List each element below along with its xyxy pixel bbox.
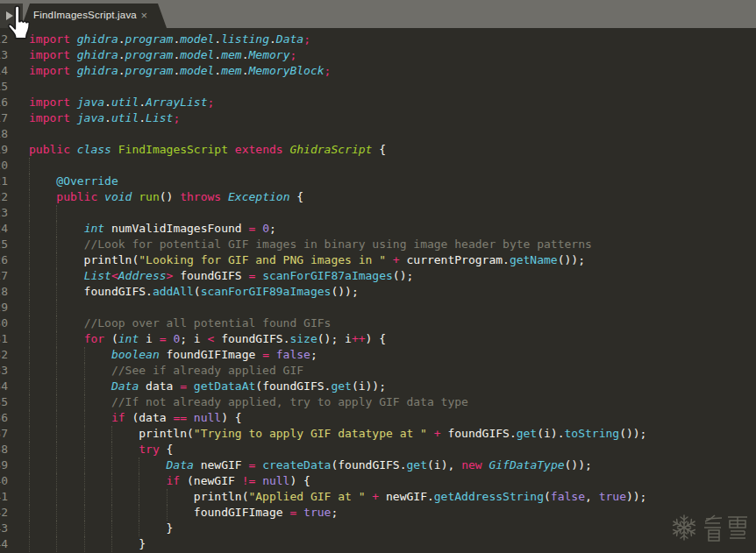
code-line[interactable]: 18	[0, 126, 756, 142]
line-number: 37	[0, 426, 8, 442]
code-line[interactable]: 36 if (data == null) {	[0, 410, 756, 426]
indent-guide	[29, 158, 30, 174]
line-number: 39	[0, 457, 8, 473]
code-line[interactable]: 25 //Look for potential GIF images in bi…	[0, 237, 756, 252]
code-line[interactable]: 42 foundGIFImage = true;	[0, 505, 756, 521]
code-line[interactable]: 32 boolean foundGIFImage = false;	[0, 347, 756, 363]
code-text: import java.util.ArrayList;	[29, 96, 214, 109]
line-number: 44	[0, 536, 8, 552]
code-line[interactable]: 20	[0, 158, 756, 174]
code-text: int numValidImagesFound = 0;	[29, 222, 276, 235]
line-number: 18	[0, 126, 8, 142]
line-number: 28	[0, 284, 8, 300]
code-line[interactable]: 41 println("Applied GIF at " + newGIF.ge…	[0, 489, 756, 505]
indent-guide	[56, 205, 57, 221]
code-area[interactable]: 12import ghidra.program.model.listing.Da…	[0, 32, 756, 552]
code-line[interactable]: 38 try {	[0, 442, 756, 457]
code-line[interactable]: 35 //If not already applied, try to appl…	[0, 394, 756, 410]
code-text: }	[29, 537, 146, 550]
code-line[interactable]: 19public class FindImagesScript extends …	[0, 142, 756, 158]
code-text: if (newGIF != null) {	[29, 474, 310, 487]
line-number: 23	[0, 205, 8, 221]
code-text: import ghidra.program.model.mem.MemoryBl…	[29, 64, 331, 77]
code-text: println("Trying to apply GIF datatype at…	[29, 427, 646, 440]
code-line[interactable]: 21 @Override	[0, 174, 756, 189]
hanzi-kan-glyph	[704, 515, 722, 541]
line-number: 35	[0, 394, 8, 410]
code-line[interactable]: 16import java.util.ArrayList;	[0, 95, 756, 110]
code-line[interactable]: 26 println("Looking for GIF and PNG imag…	[0, 252, 756, 268]
code-text: List<Address> foundGIFS = scanForGIF87aI…	[29, 269, 413, 282]
code-line[interactable]: 13import ghidra.program.model.mem.Memory…	[0, 47, 756, 63]
line-number: 17	[0, 110, 8, 126]
tab-scroll-arrow-icon	[6, 11, 13, 20]
code-line[interactable]: 33 //See if already applied GIF	[0, 363, 756, 379]
code-text: Data data = getDataAt(foundGIFS.get(i));	[29, 379, 386, 393]
code-text: println("Applied GIF at " + newGIF.getAd…	[29, 490, 646, 503]
indent-guide	[29, 205, 30, 221]
line-number: 27	[0, 268, 8, 284]
indent-guide	[56, 300, 57, 315]
indent-guide	[29, 300, 30, 315]
line-number: 33	[0, 363, 8, 379]
code-line[interactable]: 23	[0, 205, 756, 221]
line-number: 26	[0, 252, 8, 268]
code-line[interactable]: 28 foundGIFS.addAll(scanForGIF89aImages(…	[0, 284, 756, 300]
code-line[interactable]: 40 if (newGIF != null) {	[0, 473, 756, 489]
code-line[interactable]: 15	[0, 79, 756, 95]
line-number: 29	[0, 300, 8, 315]
line-number: 22	[0, 189, 8, 205]
app-window: FindImagesScript.java × 12import ghidra.…	[0, 0, 756, 553]
code-line[interactable]: 14import ghidra.program.model.mem.Memory…	[0, 63, 756, 79]
code-line[interactable]: 22 public void run() throws Exception {	[0, 189, 756, 205]
code-text: import ghidra.program.model.mem.Memory;	[29, 48, 296, 61]
code-line[interactable]: 34 Data data = getDataAt(foundGIFS.get(i…	[0, 379, 756, 394]
line-number: 16	[0, 95, 8, 110]
code-line[interactable]: 43 }	[0, 521, 756, 536]
tab-close-icon[interactable]: ×	[140, 9, 147, 22]
code-text: println("Looking for GIF and PNG images …	[29, 253, 585, 266]
line-number: 40	[0, 473, 8, 489]
code-text: foundGIFS.addAll(scanForGIF89aImages());	[29, 285, 359, 298]
line-number: 20	[0, 158, 8, 174]
line-number: 25	[0, 237, 8, 252]
code-text: try {	[29, 443, 173, 456]
code-editor[interactable]: 12import ghidra.program.model.listing.Da…	[0, 28, 756, 553]
line-number: 31	[0, 331, 8, 347]
tab-bar: FindImagesScript.java ×	[0, 0, 756, 28]
code-line[interactable]: 12import ghidra.program.model.listing.Da…	[0, 32, 756, 47]
line-number: 30	[0, 315, 8, 331]
code-line[interactable]: 27 List<Address> foundGIFS = scanForGIF8…	[0, 268, 756, 284]
tab-scroll-button[interactable]	[0, 4, 23, 28]
line-number: 34	[0, 379, 8, 394]
code-text: @Override	[29, 174, 118, 188]
code-line[interactable]: 31 for (int i = 0; i < foundGIFS.size();…	[0, 331, 756, 347]
code-text: public class FindImagesScript extends Gh…	[29, 143, 386, 156]
code-line[interactable]: 17import java.util.List;	[0, 110, 756, 126]
code-text: import java.util.List;	[29, 111, 180, 124]
code-line[interactable]: 29	[0, 300, 756, 315]
code-line[interactable]: 30 //Loop over all potential found GIFs	[0, 315, 756, 331]
code-text: //Look for potential GIF images in binar…	[29, 238, 592, 251]
code-text: foundGIFImage = true;	[29, 506, 338, 519]
line-number: 15	[0, 79, 8, 95]
line-number: 32	[0, 347, 8, 363]
code-text: //See if already applied GIF	[29, 364, 303, 377]
line-number: 41	[0, 489, 8, 505]
line-number: 14	[0, 63, 8, 79]
code-line[interactable]: 37 println("Trying to apply GIF datatype…	[0, 426, 756, 442]
line-number: 13	[0, 47, 8, 63]
code-text: }	[29, 521, 173, 535]
code-line[interactable]: 39 Data newGIF = createData(foundGIFS.ge…	[0, 457, 756, 473]
snowflake-icon	[672, 515, 696, 540]
code-text: //Loop over all potential found GIFs	[29, 316, 331, 330]
tab-title: FindImagesScript.java	[33, 10, 137, 20]
line-number: 43	[0, 521, 8, 536]
line-number: 21	[0, 174, 8, 189]
code-line[interactable]: 24 int numValidImagesFound = 0;	[0, 221, 756, 237]
code-line[interactable]: 44 }	[0, 536, 756, 552]
line-number: 38	[0, 442, 8, 457]
tab-findimagesscript[interactable]: FindImagesScript.java ×	[21, 4, 167, 28]
watermark: 看雪	[670, 508, 753, 545]
code-text: Data newGIF = createData(foundGIFS.get(i…	[29, 458, 592, 471]
